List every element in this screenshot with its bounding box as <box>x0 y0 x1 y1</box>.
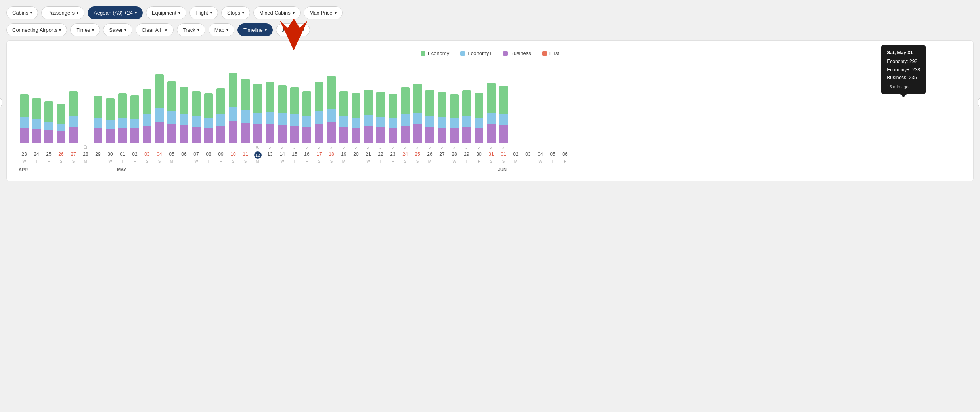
bar-group-10[interactable] <box>142 89 153 143</box>
bar-economy-segment <box>376 92 385 117</box>
bar-group-14[interactable] <box>191 91 202 143</box>
day-icon-31[interactable]: ✓ <box>400 145 411 151</box>
bar-economyplus-segment <box>290 114 299 126</box>
day-icon-37[interactable]: ✓ <box>473 145 484 151</box>
saver-button[interactable]: Saver▾ <box>103 23 132 36</box>
bar-economyplus-segment <box>44 122 53 130</box>
bar-economyplus-segment <box>438 117 446 128</box>
day-icon-27[interactable]: ✓ <box>350 145 362 151</box>
bar-group-33[interactable] <box>424 90 435 143</box>
bar-group-30[interactable] <box>387 94 398 143</box>
bar-group-26[interactable] <box>338 91 349 143</box>
prev-period-button[interactable]: ‹ <box>0 96 2 109</box>
day-icon-19[interactable]: ↻ <box>252 145 263 151</box>
bar-economy-segment <box>290 87 299 114</box>
day-icon-25[interactable]: ✓ <box>326 145 337 151</box>
day-icon-33[interactable]: ✓ <box>424 145 435 151</box>
bar-group-17[interactable] <box>228 73 239 143</box>
track-button[interactable]: Track▾ <box>177 23 205 36</box>
bar-business-segment <box>376 127 385 143</box>
bar-economyplus-segment <box>20 117 29 128</box>
bar-group-38[interactable] <box>486 83 497 143</box>
day-icon-20[interactable]: ✓ <box>264 145 276 151</box>
day-icons-row: ↻✓✓✓✓✓✓✓✓✓✓✓✓✓✓✓✓✓✓✓✓ <box>15 143 965 151</box>
bar-economy-segment <box>94 96 102 118</box>
flight-button[interactable]: Flight▾ <box>189 6 218 19</box>
bar-group-8[interactable] <box>117 93 128 143</box>
day-icon-36[interactable]: ✓ <box>461 145 472 151</box>
bar-economy-segment <box>278 85 287 113</box>
bar-group-22[interactable] <box>289 87 300 143</box>
day-number-28: 21 <box>363 151 374 159</box>
day-icon-28[interactable]: ✓ <box>363 145 374 151</box>
clear-all-button[interactable]: Clear All✕ <box>136 23 173 36</box>
bar-group-21[interactable] <box>277 85 288 143</box>
day-icon-32[interactable]: ✓ <box>412 145 423 151</box>
bar-group-6[interactable] <box>92 96 103 143</box>
day-icon-21[interactable]: ✓ <box>277 145 288 151</box>
timeline-button[interactable]: Timeline▾ <box>237 23 273 36</box>
next-period-button[interactable]: › <box>978 96 980 109</box>
bar-group-19[interactable] <box>252 84 263 143</box>
bar-group-35[interactable] <box>449 94 460 143</box>
day-icon-26[interactable]: ✓ <box>338 145 349 151</box>
bar-group-1[interactable] <box>31 98 42 143</box>
bar-group-12[interactable] <box>166 81 177 143</box>
passengers-button[interactable]: Passengers▾ <box>41 6 84 19</box>
day-icon-29[interactable]: ✓ <box>375 145 386 151</box>
bar-group-36[interactable] <box>461 90 472 143</box>
day-icon-22[interactable]: ✓ <box>289 145 300 151</box>
bar-group-18[interactable] <box>240 79 251 143</box>
bar-group-23[interactable] <box>301 91 312 143</box>
bar-group-16[interactable] <box>215 88 226 143</box>
bar-business-segment <box>389 128 397 143</box>
bar-group-3[interactable] <box>56 104 67 143</box>
day-icon-23[interactable]: ✓ <box>301 145 312 151</box>
bar-group-15[interactable] <box>203 93 214 143</box>
bar-group-0[interactable] <box>19 94 30 143</box>
day-number-37: 30 <box>473 151 484 159</box>
day-icon-30[interactable]: ✓ <box>387 145 398 151</box>
bar-group-9[interactable] <box>129 95 140 143</box>
bar-group-2[interactable] <box>43 101 54 143</box>
bar-economy-segment <box>57 104 65 124</box>
toolbar-row-2: Connecting Airports▾Times▾Saver▾Clear Al… <box>6 23 974 36</box>
bar-group-7[interactable] <box>105 98 116 143</box>
bar-group-32[interactable] <box>412 84 423 143</box>
bar-group-4[interactable] <box>68 91 79 143</box>
day-icon-35[interactable]: ✓ <box>449 145 460 151</box>
day-icon-34[interactable]: ✓ <box>436 145 448 151</box>
bar-business-segment <box>327 122 336 143</box>
day-icon-24[interactable]: ✓ <box>314 145 325 151</box>
month-labels-row: APRMAYJUN <box>15 164 965 173</box>
bar-group-27[interactable] <box>350 93 362 143</box>
day-letter-34: T <box>436 159 448 164</box>
bar-group-25[interactable] <box>326 76 337 143</box>
bar-group-28[interactable] <box>363 90 374 143</box>
bar-group-13[interactable] <box>178 87 189 143</box>
connecting-button[interactable]: Connecting Airports▾ <box>6 23 67 36</box>
bar-group-39[interactable] <box>498 86 509 143</box>
bar-business-segment <box>487 124 496 143</box>
bar-economy-segment <box>180 87 188 114</box>
bar-group-11[interactable] <box>154 74 165 143</box>
day-numbers-row: 2324252627282930010203040506070809101112… <box>15 151 965 159</box>
bar-group-20[interactable] <box>264 82 276 143</box>
day-letter-1: T <box>31 159 42 164</box>
map-button[interactable]: Map▾ <box>209 23 234 36</box>
bar-group-24[interactable] <box>314 82 325 143</box>
bar-group-34[interactable] <box>436 92 448 143</box>
aegean-button[interactable]: Aegean (A3) +24▾ <box>88 6 143 19</box>
day-letter-12: M <box>166 159 177 164</box>
day-number-31: 24 <box>400 151 411 159</box>
times-button[interactable]: Times▾ <box>70 23 100 36</box>
bar-group-31[interactable] <box>400 87 411 143</box>
bar-group-29[interactable] <box>375 92 386 143</box>
bar-group-37[interactable] <box>473 93 484 143</box>
day-icon-39[interactable]: ✓ <box>498 145 509 151</box>
day-letter-20: T <box>264 159 276 164</box>
stops-button[interactable]: Stops▾ <box>221 6 250 19</box>
day-icon-38[interactable]: ✓ <box>486 145 497 151</box>
cabins-button[interactable]: Cabins▾ <box>6 6 38 19</box>
equipment-button[interactable]: Equipment▾ <box>146 6 186 19</box>
